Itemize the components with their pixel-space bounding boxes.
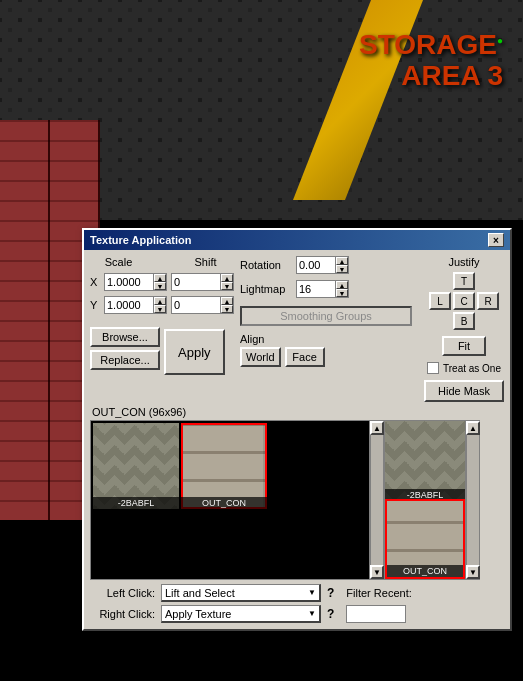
justify-t-button[interactable]: T bbox=[453, 272, 475, 290]
dialog-close-button[interactable]: × bbox=[488, 233, 504, 247]
x-scale-spinner[interactable]: ▲ ▼ bbox=[104, 273, 167, 291]
right-texture-section: -2BABFL OUT_CON ▲ ▼ bbox=[384, 420, 480, 580]
align-section: Align World Face bbox=[240, 333, 412, 367]
apply-button[interactable]: Apply bbox=[164, 329, 225, 375]
x-shift-down[interactable]: ▼ bbox=[221, 282, 233, 290]
justify-l-button[interactable]: L bbox=[429, 292, 451, 310]
lightmap-spin-btns: ▲ ▼ bbox=[335, 281, 348, 297]
right-click-row: Right Click: Apply Texture ▼ ? bbox=[90, 605, 504, 623]
y-shift-spin-btns: ▲ ▼ bbox=[220, 297, 233, 313]
scroll-up-arrow[interactable]: ▲ bbox=[370, 421, 384, 435]
rotation-spin-btns: ▲ ▼ bbox=[335, 257, 348, 273]
texture-label-out-con: OUT_CON bbox=[181, 497, 267, 509]
right-texture-label-bottom: OUT_CON bbox=[387, 565, 463, 577]
y-scale-spin-btns: ▲ ▼ bbox=[153, 297, 166, 313]
x-shift-up[interactable]: ▲ bbox=[221, 274, 233, 282]
treat-as-one-label: Treat as One bbox=[443, 363, 501, 374]
dialog-titlebar: Texture Application × bbox=[84, 230, 510, 250]
y-row: Y ▲ ▼ ▲ ▼ bbox=[90, 296, 234, 314]
right-texture-scrollbar[interactable]: ▲ ▼ bbox=[466, 420, 480, 580]
treat-as-one-row: Treat as One bbox=[427, 362, 501, 374]
rotation-input[interactable] bbox=[297, 257, 335, 273]
right-click-value: Apply Texture bbox=[165, 608, 231, 620]
scale-header: Scale bbox=[90, 256, 147, 268]
treat-as-one-checkbox[interactable] bbox=[427, 362, 439, 374]
right-click-help[interactable]: ? bbox=[327, 607, 334, 621]
left-click-label: Left Click: bbox=[90, 587, 155, 599]
right-texture-bottom: OUT_CON bbox=[385, 499, 465, 579]
face-button[interactable]: Face bbox=[285, 347, 325, 367]
y-shift-spinner[interactable]: ▲ ▼ bbox=[171, 296, 234, 314]
rotation-label: Rotation bbox=[240, 259, 292, 271]
smoothing-groups-button[interactable]: Smoothing Groups bbox=[240, 306, 412, 326]
y-label: Y bbox=[90, 299, 100, 311]
align-buttons: World Face bbox=[240, 347, 412, 367]
left-click-select[interactable]: Lift and Select ▼ bbox=[161, 584, 321, 602]
y-shift-up[interactable]: ▲ bbox=[221, 297, 233, 305]
justify-section: Justify T L C R B Fit Treat as One Hide … bbox=[418, 256, 504, 402]
filter-recent-label: Filter Recent: bbox=[346, 587, 411, 599]
justify-r-button[interactable]: R bbox=[477, 292, 499, 310]
right-scroll-track[interactable] bbox=[467, 435, 479, 565]
scroll-track[interactable] bbox=[371, 435, 383, 565]
rotation-row: Rotation ▲ ▼ bbox=[240, 256, 412, 274]
scroll-down-arrow[interactable]: ▼ bbox=[370, 565, 384, 579]
x-scale-input[interactable] bbox=[105, 274, 153, 290]
filter-recent-input[interactable] bbox=[346, 605, 406, 623]
rotation-down[interactable]: ▼ bbox=[336, 265, 348, 273]
top-section: Scale Shift X ▲ ▼ bbox=[90, 256, 504, 402]
dialog-title: Texture Application bbox=[90, 234, 191, 246]
x-scale-up[interactable]: ▲ bbox=[154, 274, 166, 282]
shift-header: Shift bbox=[177, 256, 234, 268]
rotation-align-section: Rotation ▲ ▼ Lightmap ▲ bbox=[240, 256, 412, 402]
y-scale-spinner[interactable]: ▲ ▼ bbox=[104, 296, 167, 314]
texture-name-label: OUT_CON (96x96) bbox=[90, 406, 504, 418]
lightmap-down[interactable]: ▼ bbox=[336, 289, 348, 297]
justify-c-button[interactable]: C bbox=[453, 292, 475, 310]
x-scale-down[interactable]: ▼ bbox=[154, 282, 166, 290]
y-shift-down[interactable]: ▼ bbox=[221, 305, 233, 313]
right-scroll-down[interactable]: ▼ bbox=[466, 565, 480, 579]
rotation-up[interactable]: ▲ bbox=[336, 257, 348, 265]
scale-shift-section: Scale Shift X ▲ ▼ bbox=[90, 256, 234, 402]
browse-button[interactable]: Browse... bbox=[90, 327, 160, 347]
fit-button[interactable]: Fit bbox=[442, 336, 486, 356]
world-button[interactable]: World bbox=[240, 347, 281, 367]
lightmap-label: Lightmap bbox=[240, 283, 292, 295]
left-click-value: Lift and Select bbox=[165, 587, 235, 599]
justify-b-button[interactable]: B bbox=[453, 312, 475, 330]
replace-button[interactable]: Replace... bbox=[90, 350, 160, 370]
texture-item-out-con[interactable]: OUT_CON bbox=[181, 423, 267, 509]
texture-application-dialog: Texture Application × Scale Shift X ▲ bbox=[82, 228, 512, 631]
x-shift-spin-btns: ▲ ▼ bbox=[220, 274, 233, 290]
texture-browser-row: -2BABFL OUT_CON ▲ ▼ bbox=[90, 420, 504, 580]
texture-item-2babfl[interactable]: -2BABFL bbox=[93, 423, 179, 509]
y-scale-input[interactable] bbox=[105, 297, 153, 313]
browse-replace-col: Browse... Replace... bbox=[90, 327, 160, 370]
browse-apply-row: Browse... Replace... Apply bbox=[90, 321, 234, 375]
lightmap-up[interactable]: ▲ bbox=[336, 281, 348, 289]
lightmap-input[interactable] bbox=[297, 281, 335, 297]
texture-label-2babfl: -2BABFL bbox=[93, 497, 179, 509]
rotation-spinner[interactable]: ▲ ▼ bbox=[296, 256, 349, 274]
right-texture-panel: -2BABFL OUT_CON bbox=[384, 420, 466, 580]
y-scale-up[interactable]: ▲ bbox=[154, 297, 166, 305]
right-click-dropdown-arrow: ▼ bbox=[308, 609, 316, 618]
bottom-controls: Left Click: Lift and Select ▼ ? Filter R… bbox=[90, 584, 504, 623]
y-scale-down[interactable]: ▼ bbox=[154, 305, 166, 313]
x-scale-spin-btns: ▲ ▼ bbox=[153, 274, 166, 290]
right-scroll-up[interactable]: ▲ bbox=[466, 421, 480, 435]
texture-grid: -2BABFL OUT_CON bbox=[90, 420, 370, 580]
x-shift-spinner[interactable]: ▲ ▼ bbox=[171, 273, 234, 291]
hide-mask-button[interactable]: Hide Mask bbox=[424, 380, 504, 402]
right-click-select[interactable]: Apply Texture ▼ bbox=[161, 605, 321, 623]
x-row: X ▲ ▼ ▲ ▼ bbox=[90, 273, 234, 291]
justify-middle-row: L C R bbox=[429, 292, 499, 310]
texture-grid-scrollbar[interactable]: ▲ ▼ bbox=[370, 420, 384, 580]
y-shift-input[interactable] bbox=[172, 297, 220, 313]
left-click-help[interactable]: ? bbox=[327, 586, 334, 600]
left-click-row: Left Click: Lift and Select ▼ ? Filter R… bbox=[90, 584, 504, 602]
scale-shift-header: Scale Shift bbox=[90, 256, 234, 268]
lightmap-spinner[interactable]: ▲ ▼ bbox=[296, 280, 349, 298]
x-shift-input[interactable] bbox=[172, 274, 220, 290]
